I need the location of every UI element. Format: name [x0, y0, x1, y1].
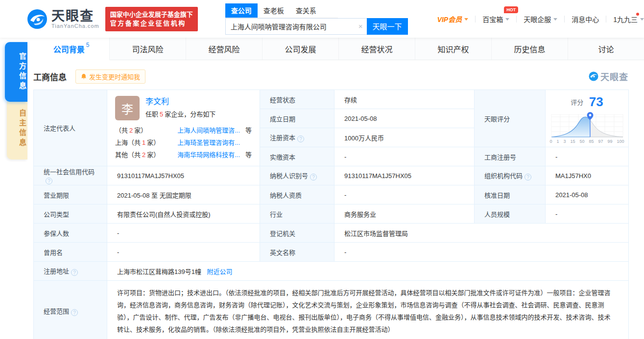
section-title: 工商信息 [33, 70, 67, 83]
gov-badge-line2: 官方备案企业征信机构 [110, 19, 193, 28]
field-label-company-type: 公司类型 [34, 204, 107, 224]
field-value-founded-date: 2021-05-08 [334, 109, 475, 128]
sidebar-tab-official-info[interactable]: 官方信息 [5, 42, 27, 102]
distribution-row: （共2家） 上海人间唢呐管理咨... 等 [115, 124, 252, 136]
top-menu: VIP会员 百宝箱 HOT 天眼企服 消息中心 1九九三 [437, 14, 644, 24]
avatar[interactable]: 李 [115, 96, 140, 120]
field-label-paid-capital: 实缴资本 [260, 147, 334, 166]
menu-divider [475, 16, 476, 23]
field-label-approval-date: 核准日期 [475, 185, 546, 204]
related-company-link[interactable]: 上海琦圣管理咨询有... [160, 136, 240, 149]
search-tab-company[interactable]: 查公司 [225, 3, 258, 18]
field-value-paid-capital: - [334, 147, 475, 166]
field-value-registered-address: 上海市松江区茸梅路139号1幢 附近公司 [107, 262, 629, 281]
field-value-taxpayer-id: 91310117MA1J57HX05 [334, 166, 475, 185]
help-icon[interactable]: ? [46, 178, 52, 184]
field-value-credit-code: 91310117MA1J57HX05 [107, 166, 260, 185]
tab-company-background[interactable]: 公司背景 5 [33, 38, 110, 60]
score-axis-labels: 01 315 5085 9799 100 [550, 139, 624, 144]
help-icon[interactable]: ? [310, 174, 317, 181]
notify-on-change-button[interactable]: 发生变更时通知我 [75, 69, 145, 84]
help-icon[interactable]: ? [297, 136, 304, 142]
field-value-taxpayer-qualification: - [334, 185, 475, 204]
field-label-former-name: 曾用名 [34, 243, 107, 262]
field-value-staff-size: - [546, 204, 629, 224]
gov-certification-badge: 国家中小企业发展子基金旗下 官方备案企业征信机构 [105, 7, 198, 31]
tianyan-score-cell: 评分 73 [546, 90, 629, 147]
field-value-business-scope: 许可项目：货物进出口；技术进出口。（依法须经批准的项目，经相关部门批准后方可开展… [107, 281, 629, 339]
field-value-registry-authority: 松江区市场监督管理局 [334, 224, 629, 243]
sidebar-tab-self-info[interactable]: 自主信息 [7, 98, 27, 159]
search-tabs: 查公司 查老板 查关系 [225, 3, 338, 18]
field-label-credit-code: 统一社会信用代码? [34, 166, 107, 185]
search-tab-relation[interactable]: 查关系 [290, 3, 322, 18]
tab-judicial-risk[interactable]: 司法风险 [110, 38, 186, 60]
field-value-status: 存续 [334, 90, 475, 109]
field-value-insured-count: - [107, 224, 260, 243]
search-input[interactable] [225, 18, 367, 35]
logo-title: 天眼查 [51, 9, 99, 23]
field-value-former-name: - [107, 243, 260, 262]
tab-discussion[interactable]: 讨论 [568, 38, 644, 60]
business-info-table: 法定代表人 李 李文利 任职5家企业，分布如下 （共2家） 上海人间唢呐管理咨. [33, 90, 629, 339]
field-label-legal-representative: 法定代表人 [34, 90, 107, 166]
field-label-staff-size: 人员规模 [475, 204, 546, 224]
field-label-founded-date: 成立日期 [260, 109, 334, 128]
tianyancha-logo[interactable]: 天眼查 TianYanCha.com [27, 9, 99, 29]
tab-history-info[interactable]: 历史信息 [492, 38, 568, 60]
legal-representative-cell: 李 李文利 任职5家企业，分布如下 （共2家） 上海人间唢呐管理咨... 等 [107, 90, 260, 166]
related-company-link[interactable]: 海南华琦网络科技有... [160, 149, 240, 161]
tab-intellectual-property[interactable]: 知识产权 [415, 38, 492, 60]
field-value-registered-capital: 1000万人民币 [334, 128, 475, 147]
chevron-down-icon [505, 18, 509, 21]
tab-operating-risk[interactable]: 经营风险 [186, 38, 262, 60]
tianyancha-watermark: 天眼查 [589, 70, 628, 83]
field-value-company-type: 有限责任公司(自然人投资或控股) [107, 204, 260, 224]
field-label-org-code: 组织机构代码? [475, 166, 546, 185]
distribution-row: 其他（共2家） 海南华琦网络科技有... 等 [115, 149, 252, 161]
vip-menu-item[interactable]: VIP会员 [437, 14, 469, 24]
field-value-english-name: - [334, 243, 629, 262]
positions-summary: 任职5家企业，分布如下 [145, 109, 215, 118]
search-button[interactable]: 天眼一下 [367, 18, 408, 35]
nearby-companies-link[interactable]: 附近公司 [207, 268, 233, 275]
chevron-down-icon [553, 18, 557, 21]
bell-icon [81, 73, 87, 80]
user-menu-item[interactable]: 1九九三 [613, 14, 644, 24]
field-label-english-name: 英文名称 [260, 243, 334, 262]
chevron-down-icon [640, 18, 644, 21]
chevron-down-icon [464, 18, 468, 21]
treasure-box-menu-item[interactable]: 百宝箱 HOT [482, 14, 509, 24]
tab-company-development[interactable]: 公司发展 [262, 38, 339, 60]
help-icon[interactable]: ? [71, 309, 78, 316]
field-value-org-code: MA1J57HX0 [546, 166, 629, 185]
field-label-business-scope: 经营范围? [34, 281, 107, 339]
tianyancha-eye-icon [589, 71, 598, 81]
search-tab-boss[interactable]: 查老板 [258, 3, 290, 18]
tianyancha-eye-icon [27, 9, 48, 29]
field-label-industry: 行业 [260, 204, 334, 224]
field-label-registration-number: 工商注册号 [475, 147, 546, 166]
score-distribution-chart [550, 111, 624, 139]
page-tab-bar: 公司背景 5 司法风险 经营风险 公司发展 经营状况 知识产权 历史信息 讨论 [33, 38, 644, 60]
field-label-registry-authority: 登记机关 [260, 224, 334, 243]
field-label-registered-capital: 注册资本? [260, 128, 334, 147]
help-icon[interactable]: ? [525, 174, 531, 181]
field-label-status: 经营状态 [260, 90, 334, 109]
field-value-business-term: 2021-05-08 至 无固定期限 [107, 185, 260, 204]
clear-search-icon[interactable]: × [358, 22, 363, 30]
legal-representative-link[interactable]: 李文利 [145, 96, 169, 107]
help-icon[interactable]: ? [71, 269, 78, 276]
field-label-taxpayer-id: 纳税人识别号? [260, 166, 334, 185]
top-header: 天眼查 TianYanCha.com 国家中小企业发展子基金旗下 官方备案企业征… [0, 0, 644, 38]
notification-dot [636, 13, 639, 16]
field-label-registered-address: 注册地址? [34, 262, 107, 281]
hot-badge: HOT [504, 6, 518, 13]
related-company-link[interactable]: 上海人间唢呐管理咨... [147, 124, 240, 136]
tab-operating-status[interactable]: 经营状况 [339, 38, 415, 60]
score-value: 73 [589, 94, 603, 109]
enterprise-service-menu-item[interactable]: 天眼企服 [524, 14, 557, 24]
message-center-menu-item[interactable]: 消息中心 [572, 14, 599, 24]
field-label-tianyan-score: 天眼评分 [475, 90, 546, 147]
field-label-taxpayer-qualification: 纳税人资质 [260, 185, 334, 204]
